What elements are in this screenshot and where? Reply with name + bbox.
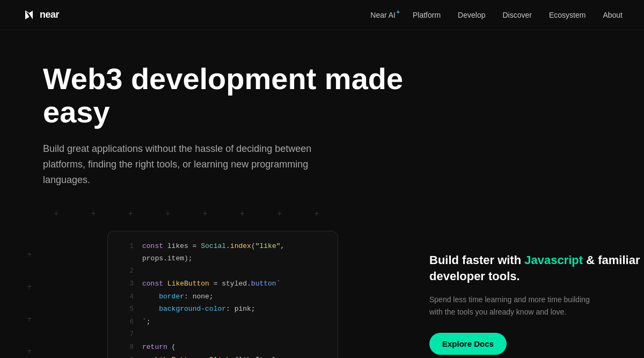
nav-link-develop[interactable]: Develop bbox=[458, 11, 485, 19]
nav-item-near-ai[interactable]: Near AI + bbox=[370, 11, 396, 19]
main-content: Web3 development made easy Build great a… bbox=[0, 30, 644, 358]
code-line-9: 9 <LikeButton onClick={likeItem}> bbox=[108, 354, 338, 358]
code-editor: 1 const likes = Social.index("like", pro… bbox=[107, 231, 338, 358]
plus-left-3: + bbox=[27, 315, 32, 323]
code-line-5: 5 background-color: pink; bbox=[108, 303, 338, 316]
plus-row-top: + + + + + + + + bbox=[43, 209, 354, 218]
plus-grid: + + + + + + + + + + + + + 1 bbox=[43, 209, 354, 358]
right-panel-title: Build faster with Javascript & familiar … bbox=[429, 252, 644, 286]
nav-links: Near AI + Platform Develop Discover Ecos… bbox=[370, 10, 623, 20]
code-line-4: 4 border: none; bbox=[108, 290, 338, 303]
plus-left-4: + bbox=[27, 347, 32, 355]
logo[interactable]: near bbox=[21, 8, 59, 23]
code-line-3: 3 const LikeButton = styled.button` bbox=[108, 277, 338, 290]
logo-text: near bbox=[40, 9, 59, 20]
explore-docs-button[interactable]: Explore Docs bbox=[429, 333, 507, 355]
nav-link-platform[interactable]: Platform bbox=[413, 11, 441, 19]
hero-title: Web3 development made easy bbox=[43, 62, 419, 128]
code-line-8: 8 return ( bbox=[108, 341, 338, 354]
code-line-1: 1 const likes = Social.index("like", pro… bbox=[108, 240, 338, 265]
plus-4: + bbox=[165, 209, 170, 218]
nav-item-about[interactable]: About bbox=[603, 10, 623, 20]
nav-link-near-ai[interactable]: Near AI + bbox=[370, 11, 396, 19]
right-panel-description: Spend less time learning and more time b… bbox=[429, 294, 601, 318]
nav-item-ecosystem[interactable]: Ecosystem bbox=[549, 10, 586, 20]
navbar: near Near AI + Platform Develop Discover… bbox=[0, 0, 644, 30]
bottom-section: + + + + + + + + + + + + + 1 bbox=[43, 209, 601, 358]
nav-link-about[interactable]: About bbox=[603, 11, 623, 19]
nav-item-platform[interactable]: Platform bbox=[413, 10, 441, 20]
plus-5: + bbox=[202, 209, 207, 218]
code-line-6: 6 `; bbox=[108, 316, 338, 328]
nav-item-discover[interactable]: Discover bbox=[502, 10, 531, 20]
plus-8: + bbox=[314, 209, 319, 218]
code-line-2: 2 bbox=[108, 265, 338, 277]
right-panel: Build faster with Javascript & familiar … bbox=[429, 252, 644, 355]
plus-3: + bbox=[128, 209, 133, 218]
nav-item-develop[interactable]: Develop bbox=[458, 10, 485, 20]
plus-2: + bbox=[91, 209, 96, 218]
plus-1: + bbox=[54, 209, 58, 218]
hero-subtitle: Build great applications without the has… bbox=[43, 141, 343, 187]
plus-6: + bbox=[240, 209, 245, 218]
near-logo-icon bbox=[21, 8, 36, 23]
nav-link-discover[interactable]: Discover bbox=[502, 11, 531, 19]
plus-7: + bbox=[277, 209, 282, 218]
plus-left-2: + bbox=[27, 282, 32, 291]
plus-left-1: + bbox=[27, 250, 32, 259]
near-ai-plus: + bbox=[397, 9, 400, 15]
nav-link-ecosystem[interactable]: Ecosystem bbox=[549, 11, 586, 19]
code-line-7: 7 bbox=[108, 328, 338, 341]
